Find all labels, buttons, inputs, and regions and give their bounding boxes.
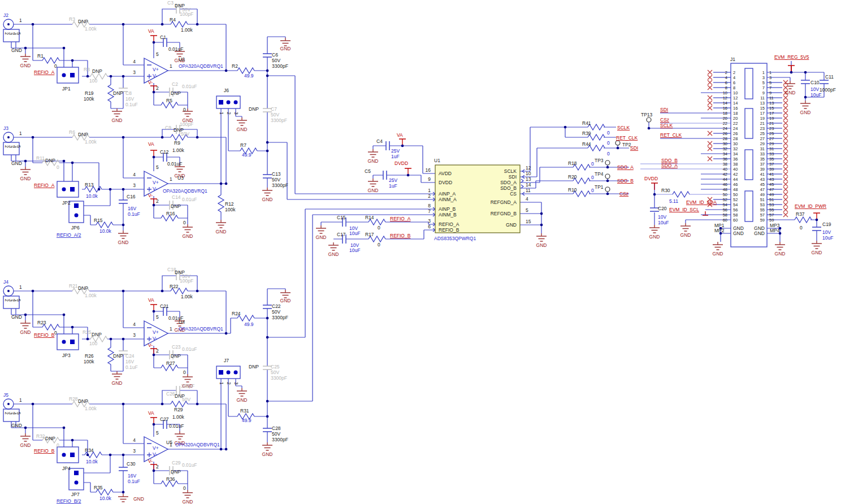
refio-label-gnd: GND — [316, 234, 327, 240]
refio-label-r17: R17 — [365, 232, 374, 237]
j1-left-pin-16: 16 — [723, 106, 727, 111]
j1_area-label-gnd: GND — [649, 234, 660, 240]
ch_b_ref-label-0: 0 — [183, 485, 186, 491]
j1-right-pin-47: 47 — [769, 187, 774, 192]
ch_b_ref-label-gnd: GND — [183, 499, 193, 504]
refio-label-c15: C15 — [337, 215, 346, 220]
adc-label-gnd: GND — [506, 222, 517, 228]
j1_area-label-10uf: 10uF — [822, 235, 833, 241]
j1-left-pin-56: 56 — [723, 207, 727, 212]
ch_b_filter-label-50v: 50V — [272, 431, 280, 437]
digital-label-r44: R44 — [582, 141, 591, 147]
j1-left-pin-24: 24 — [723, 126, 727, 131]
ch_a_filter-label-c13: C13 — [272, 171, 281, 177]
ch_a_amp-label-opa320aqdbvrq1: OPA320AQDBVRQ1 — [179, 63, 223, 69]
ch_a_filter-label-r7: R7 — [240, 142, 246, 148]
wires-channel-b — [11, 209, 435, 494]
j1_area-label-dvdd: DVDD — [644, 176, 658, 181]
refio-label-r14: R14 — [365, 215, 374, 220]
ch_a_in-label-100: 100 — [89, 78, 97, 84]
j1-left-pin-inner-26: 26 — [733, 131, 738, 136]
ch_a_ref-label-0-01uf: 0.01uF — [182, 197, 197, 202]
ch_b_amp-label-49-9: 49.9 — [244, 321, 254, 327]
ch_a_filter-label-gnd: GND — [262, 197, 273, 202]
j1-left-pin-22: 22 — [723, 121, 727, 126]
digital-label-0: 0 — [591, 188, 594, 193]
j1_area-label-evm-id-sda: EVM_ID_SDA — [686, 199, 717, 205]
adc-label-15: 15 — [526, 219, 531, 224]
adc-label-refgnd-a: REFGND_A — [491, 199, 517, 205]
j1-left-pin-inner-8: 8 — [733, 85, 735, 90]
testpoint-tp4 — [605, 174, 610, 179]
j1-right-pin-25: 25 — [769, 131, 774, 136]
ch_b_in-label-100k: 100k — [84, 359, 94, 364]
j1-left-pin-4: 4 — [725, 75, 727, 80]
ch_a_amp-label-0-01uf: 0.01uF — [182, 84, 197, 89]
ch_a_ref-label-gnd: GND — [11, 160, 22, 166]
digital-label-tp1: TP1 — [595, 184, 604, 190]
ch_b_in-label-dnp: DNP — [78, 285, 88, 291]
j1_area-label-gnd: GND — [775, 251, 786, 257]
j1-right-pin-35: 35 — [769, 157, 774, 162]
ch_a_ref-label-gnd: GND — [216, 229, 227, 234]
ch_b_ref-label-v-: V- — [148, 458, 153, 464]
j1_area-label-csz: CSz — [660, 117, 669, 123]
j1-left-pin-32: 32 — [723, 146, 727, 151]
ch_a_amp-label-2: 2 — [156, 85, 159, 91]
j1-left-pin-inner-48: 48 — [733, 187, 738, 192]
ch_a_ref-label-r15: R15 — [94, 218, 103, 223]
adc-label-ads8353qpwrq1: ADS8353QPWRQ1 — [434, 236, 476, 241]
ch_a_in-label-j2: J2 — [3, 12, 8, 18]
refio-label-0: 0 — [378, 242, 380, 247]
header-pin-2: 2 — [226, 382, 232, 385]
adc-label-25v: 25V — [389, 177, 397, 183]
ch_a_ref-label-0-01uf: 0.01uF — [167, 161, 182, 167]
ch_a_amp-label-r2: R2 — [232, 63, 238, 69]
j1-right-pin-51: 51 — [769, 197, 774, 202]
ch_a_ref-label-va: VA — [148, 141, 154, 147]
digital-label-sclk: SCLK — [617, 125, 630, 131]
header-pin-1: 1 — [219, 112, 224, 115]
j1-left-pin-inner-2: 2 — [733, 70, 735, 75]
ch_b_ref-label-100pf: 100pF — [181, 383, 194, 389]
j1_area-label-10uf: 10uF — [658, 220, 669, 225]
j1-right-pin-15: 15 — [769, 106, 774, 111]
j1-key-slot — [745, 191, 753, 221]
j1-key-slot — [745, 150, 753, 180]
j1-left-pin-inner-12: 12 — [733, 95, 738, 101]
j1-right-pin-inner-25: 25 — [760, 131, 765, 136]
ch_a_ref-label-jp2: JP2 — [62, 200, 71, 206]
ch_a_amp-label-100pf: 100pF — [180, 11, 193, 17]
jumper-jp6 — [69, 201, 84, 223]
ch_b_filter-label-r31: R31 — [240, 408, 249, 414]
ch_a_filter-label-gnd: GND — [237, 127, 248, 132]
ch_a_ref-label-dnp: DNP — [78, 132, 88, 137]
ch_a_ref-label-gnd: GND — [20, 176, 31, 181]
jumper-jp3 — [57, 334, 79, 350]
adc-label-sdi: SDI — [509, 174, 517, 180]
adc-label-16: 16 — [426, 167, 431, 173]
ch_b_ref-label-c30: C30 — [127, 461, 136, 467]
j1-left-pin-inner-40: 40 — [733, 167, 738, 172]
ch_a_in-label-16v: 16V — [125, 96, 134, 102]
ch_a_ref-label-3: 3 — [133, 183, 136, 188]
adc-label-1: 1 — [428, 188, 431, 193]
ch_a_ref-label-dnp: DNP — [171, 203, 181, 209]
ch_b_ref-label-1: 1 — [19, 397, 22, 403]
ch_a_ref-label-c16: C16 — [127, 194, 136, 199]
ch_b_amp-label-0-01uf: 0.01uF — [182, 346, 197, 352]
j1_area-label-gnd: GND — [680, 232, 691, 238]
j1-left-pin-12: 12 — [723, 95, 727, 101]
opamp-vplus: V+ — [153, 445, 159, 451]
adc-label-14: 14 — [526, 182, 531, 188]
j1-right-pin-7: 7 — [769, 85, 771, 90]
j1-left-pin-38: 38 — [723, 162, 727, 167]
generated-components: V+V-V+V-V+V-V+V-2345234523452345123123 — [3, 19, 788, 490]
j1-left-pin-40: 40 — [723, 167, 727, 172]
ch_b_ref-label-gnd: GND — [133, 496, 144, 502]
ch_b_ref-label-c29: C29 — [172, 460, 181, 466]
adc-label-ainp-a: AINP_A — [439, 191, 456, 197]
digital-label-0: 0 — [607, 151, 610, 157]
j1-left-pin-inner-58: 58 — [733, 212, 738, 218]
j1-right-pin-inner-29: 29 — [760, 141, 765, 146]
